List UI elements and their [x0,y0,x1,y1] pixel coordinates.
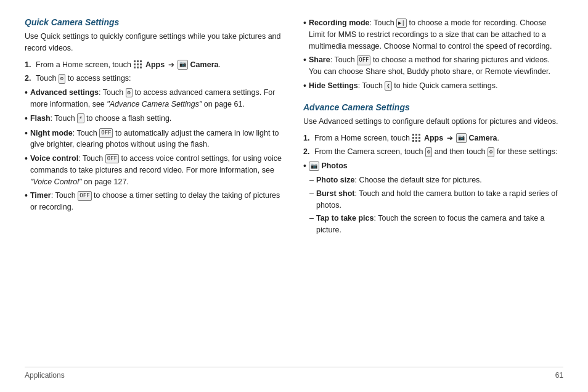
recording-mode-item: Recording mode: Touch ▶| to choose a mod… [303,17,563,52]
step-1-num: 1. [25,59,36,71]
advance-steps: 1. From a Home screen, touch Apps ➔ 📷 [303,133,563,158]
night-mode-content: Night mode: Touch OFF to automatically a… [30,128,285,151]
advanced-settings-content: Advanced settings: Touch ⚙ to access adv… [30,87,285,110]
photo-size-content: Photo size: Choose the default size for … [316,174,482,186]
page: Quick Camera Settings Use Quick settings… [0,0,588,392]
adv-arrow-icon: ➔ [447,133,453,144]
content-columns: Quick Camera Settings Use Quick settings… [25,17,563,362]
advanced-settings-item: Advanced settings: Touch ⚙ to access adv… [25,87,285,110]
hide-settings-content: Hide Settings: Touch ❮ to hide Quick cam… [309,80,563,92]
apps-grid-icon [134,60,142,69]
adv-step-1: 1. From a Home screen, touch Apps ➔ 📷 [303,133,563,144]
hide-settings-item: Hide Settings: Touch ❮ to hide Quick cam… [303,80,563,92]
adv-step-2: 2. From the Camera screen, touch ⚙ and t… [303,146,563,158]
tap-to-take-item: Tap to take pics: Touch the screen to fo… [309,213,563,236]
adv-step-1-content: From a Home screen, touch Apps ➔ 📷 Camer… [314,133,563,144]
footer-page-number: 61 [555,371,563,380]
photos-cam-icon: 📷 [309,161,319,171]
photo-size-item: Photo size: Choose the default size for … [309,174,563,186]
advance-camera-title: Advance Camera Settings [303,102,563,112]
tap-to-take-content: Tap to take pics: Touch the screen to fo… [316,213,563,236]
step-2: 2. Touch ⚙ to access settings: [25,73,285,84]
right-top-bullets: Recording mode: Touch ▶| to choose a mod… [303,17,563,95]
adv-camera-small-icon: 📷 [456,133,467,143]
voice-icon: OFF [105,154,119,164]
recording-mode-content: Recording mode: Touch ▶| to choose a mod… [309,17,563,52]
recording-icon: ▶| [396,18,407,28]
apps-label: Apps [145,60,165,69]
hide-settings-term: Hide Settings [309,81,358,90]
voice-control-content: Voice control: Touch OFF to access voice… [30,153,285,187]
right-column: Recording mode: Touch ▶| to choose a mod… [303,17,563,362]
adv-settings-icon: ⚙ [126,88,133,98]
section-quick-camera: Quick Camera Settings Use Quick settings… [25,17,285,216]
adv-step-1-num: 1. [303,133,314,144]
step-1-content: From a Home screen, touch Apps ➔ 📷 Camer… [36,59,285,71]
photos-section: 📷 Photos [303,160,563,173]
burst-shot-term: Burst shot [316,189,355,198]
settings-icon: ⚙ [59,74,65,84]
share-content: Share: Touch OFF to choose a method for … [309,54,563,78]
burst-shot-content: Burst shot: Touch and hold the camera bu… [316,188,563,211]
step-2-num: 2. [25,73,36,84]
hide-icon: ❮ [385,81,391,91]
timer-icon: OFF [78,191,91,201]
adv-apps-grid-icon [412,134,421,142]
section-advance-camera: Advance Camera Settings Use Advanced set… [303,102,563,238]
photos-sub-list: Photo size: Choose the default size for … [309,174,563,236]
quick-settings-bullets: Advanced settings: Touch ⚙ to access adv… [25,87,285,213]
adv-gear-icon2: ⚙ [488,147,494,157]
voice-control-ref: "Voice Control" [30,178,81,186]
flash-content: Flash: Touch ⚡ to choose a flash setting… [30,113,285,125]
quick-camera-steps: 1. From a Home screen, touch Apps ➔ 📷 [25,59,285,85]
flash-term: Flash [30,114,51,123]
share-term: Share [309,55,330,64]
tap-to-take-term: Tap to take pics [316,214,374,223]
adv-apps-label: Apps [424,134,443,142]
quick-camera-title: Quick Camera Settings [25,17,285,27]
share-item: Share: Touch OFF to choose a method for … [303,54,563,78]
footer-label: Applications [25,371,65,380]
voice-control-term: Voice control [30,154,78,163]
flash-icon: ⚡ [77,113,84,123]
adv-gear-icon1: ⚙ [425,147,432,157]
page-footer: Applications 61 [25,362,563,380]
left-column: Quick Camera Settings Use Quick settings… [25,17,285,362]
night-mode-item: Night mode: Touch OFF to automatically a… [25,128,285,151]
arrow-icon: ➔ [168,59,174,70]
timer-term: Timer [30,191,51,200]
timer-item: Timer: Touch OFF to choose a timer setti… [25,190,285,213]
voice-control-item: Voice control: Touch OFF to access voice… [25,153,285,187]
adv-camera-label: Camera [469,134,497,142]
flash-item: Flash: Touch ⚡ to choose a flash setting… [25,113,285,125]
advance-camera-ref: "Advance Camera Settings" [107,100,202,108]
photos-content: 📷 Photos [309,160,563,172]
photo-size-term: Photo size [316,176,355,184]
night-mode-icon: OFF [99,128,113,138]
adv-step-2-num: 2. [303,146,314,158]
step-1: 1. From a Home screen, touch Apps ➔ 📷 [25,59,285,71]
footer-divider: Applications 61 [25,367,563,380]
camera-small-icon: 📷 [178,60,188,70]
advanced-settings-term: Advanced settings [30,88,99,97]
night-mode-term: Night mode [30,129,73,137]
step-2-content: Touch ⚙ to access settings: [36,73,285,84]
share-icon: OFF [357,55,370,65]
burst-shot-item: Burst shot: Touch and hold the camera bu… [309,188,563,211]
camera-label: Camera [190,60,219,69]
recording-mode-term: Recording mode [309,18,370,27]
quick-camera-intro: Use Quick settings to quickly configure … [25,31,285,54]
timer-content: Timer: Touch OFF to choose a timer setti… [30,190,285,213]
photos-label: Photos [321,161,347,170]
adv-step-2-content: From the Camera screen, touch ⚙ and then… [314,146,563,158]
advance-camera-intro: Use Advanced settings to configure defau… [303,116,563,128]
